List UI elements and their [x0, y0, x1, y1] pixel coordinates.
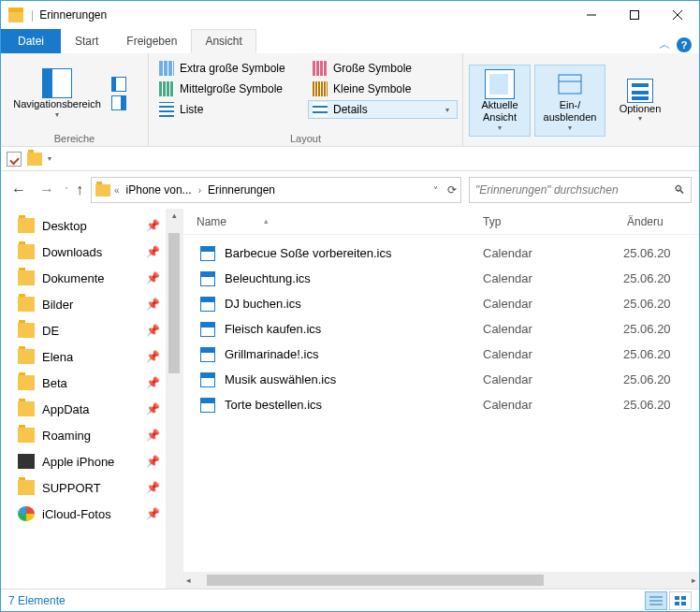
up-button[interactable]: ↑ [76, 182, 83, 198]
collapse-ribbon-icon[interactable]: ︿ [659, 36, 671, 53]
file-date: 25.06.20 [623, 347, 699, 361]
pin-icon[interactable]: 📌 [146, 219, 166, 232]
horizontal-scrollbar[interactable]: ◂ ▸ [183, 572, 699, 589]
column-name[interactable]: Name ▴ [183, 215, 483, 228]
file-date: 25.06.20 [623, 271, 699, 285]
minimize-button[interactable] [570, 1, 613, 29]
sidebar-item[interactable]: Desktop📌 [18, 212, 166, 239]
file-type: Calendar [483, 297, 623, 311]
chevron-down-icon: ▾ [55, 110, 59, 119]
sidebar-item[interactable]: Elena📌 [18, 343, 166, 370]
qa-checkbox-selectall[interactable] [7, 152, 22, 167]
table-row[interactable]: Musik auswählen.icsCalendar25.06.20 [183, 367, 699, 392]
chevron-down-icon: ▾ [498, 124, 502, 132]
layout-details[interactable]: Details▾ [308, 100, 458, 119]
tab-file[interactable]: Datei [1, 29, 61, 53]
history-dropdown-icon[interactable]: ˅ [65, 186, 68, 195]
scroll-left-icon[interactable]: ◂ [183, 576, 194, 585]
column-type[interactable]: Typ [483, 215, 623, 228]
column-modified[interactable]: Änderu [623, 215, 699, 228]
layout-large-icons[interactable]: Große Symbole [308, 59, 458, 78]
breadcrumb-overflow[interactable]: « [114, 185, 120, 196]
table-row[interactable]: Barbecue Soße vorbereiten.icsCalendar25.… [183, 240, 699, 266]
ribbon: Navigationsbereich ▾ Bereiche Extra groß… [1, 53, 699, 147]
pin-icon[interactable]: 📌 [146, 376, 166, 389]
tab-share[interactable]: Freigeben [112, 29, 191, 53]
forward-button[interactable]: → [36, 182, 57, 198]
sidebar-item[interactable]: Bilder📌 [18, 291, 166, 317]
tab-start[interactable]: Start [61, 29, 112, 53]
table-row[interactable]: Beleuchtung.icsCalendar25.06.20 [183, 266, 699, 291]
table-row[interactable]: Torte bestellen.icsCalendar25.06.20 [183, 392, 699, 417]
scrollbar-thumb[interactable] [207, 575, 544, 586]
address-dropdown-icon[interactable]: ˅ [433, 185, 438, 196]
table-row[interactable]: Grillmarinade!.icsCalendar25.06.20 [183, 342, 699, 367]
sidebar-item[interactable]: Downloads📌 [18, 239, 166, 265]
file-type: Calendar [483, 246, 623, 260]
chevron-right-icon: › [198, 185, 201, 196]
file-date: 25.06.20 [623, 322, 699, 336]
table-row[interactable]: DJ buchen.icsCalendar25.06.20 [183, 291, 699, 316]
show-hide-button[interactable]: Ein-/ ausblenden▾ [534, 65, 605, 136]
maximize-button[interactable] [613, 1, 656, 29]
scrollbar-thumb[interactable] [168, 233, 180, 373]
view-mode-thumbnails-button[interactable] [669, 591, 692, 610]
scroll-right-icon[interactable]: ▸ [689, 576, 699, 585]
file-type: Calendar [483, 322, 623, 336]
qa-dropdown-icon[interactable]: ▾ [48, 154, 51, 163]
tab-view[interactable]: Ansicht [191, 29, 255, 53]
pin-icon[interactable]: 📌 [146, 402, 166, 415]
file-date: 25.06.20 [623, 372, 699, 386]
sidebar-item-label: Desktop [42, 219, 87, 233]
help-icon[interactable]: ? [677, 37, 692, 52]
pin-icon[interactable]: 📌 [146, 324, 166, 337]
sidebar-item-label: Apple iPhone [42, 455, 114, 469]
separator: | [31, 8, 34, 22]
pin-icon[interactable]: 📌 [146, 350, 166, 363]
pin-icon[interactable]: 📌 [146, 429, 166, 442]
refresh-button[interactable]: ⟳ [447, 183, 457, 197]
layout-extra-large-icons[interactable]: Extra große Symbole [154, 59, 304, 78]
sidebar-item[interactable]: Roaming📌 [18, 422, 166, 448]
scroll-up-icon[interactable]: ▴ [172, 209, 177, 220]
sidebar-item-label: Downloads [42, 245, 102, 259]
quick-access-bar: ▾ [1, 147, 699, 171]
breadcrumb[interactable]: « iPhone von... › Erinnerungen ˅ ⟳ [91, 177, 461, 203]
sidebar-item[interactable]: AppData📌 [18, 396, 166, 422]
pin-icon[interactable]: 📌 [146, 298, 166, 311]
folder-icon [18, 428, 35, 443]
search-input[interactable]: "Erinnerungen" durchsuchen 🔍︎ [469, 177, 692, 203]
view-mode-details-button[interactable] [645, 591, 667, 610]
svg-rect-1 [631, 11, 639, 20]
calendar-file-icon [200, 322, 215, 337]
layout-small-icons[interactable]: Kleine Symbole [308, 80, 458, 98]
layout-medium-icons[interactable]: Mittelgroße Symbole [154, 80, 304, 98]
table-row[interactable]: Fleisch kaufen.icsCalendar25.06.20 [183, 316, 699, 342]
sidebar-item[interactable]: Beta📌 [18, 370, 166, 396]
pin-icon[interactable]: 📌 [146, 481, 166, 494]
qa-folder-icon[interactable] [27, 153, 42, 166]
close-button[interactable] [656, 1, 699, 29]
pin-icon[interactable]: 📌 [146, 245, 166, 258]
layout-list[interactable]: Liste [154, 100, 304, 119]
pin-icon[interactable]: 📌 [146, 507, 166, 520]
back-button[interactable]: ← [8, 182, 29, 198]
navigation-pane-button[interactable]: Navigationsbereich ▾ [7, 64, 108, 124]
sidebar-item[interactable]: DE📌 [18, 317, 166, 343]
sidebar-item[interactable]: Dokumente📌 [18, 265, 166, 291]
breadcrumb-parent[interactable]: iPhone von... [124, 183, 195, 197]
sidebar-item[interactable]: iCloud-Fotos📌 [18, 501, 166, 527]
pin-icon[interactable]: 📌 [146, 455, 166, 468]
pin-icon[interactable]: 📌 [146, 271, 166, 284]
file-date: 25.06.20 [623, 246, 699, 260]
sidebar-item[interactable]: SUPPORT📌 [18, 474, 166, 501]
folder-icon [18, 480, 35, 495]
breadcrumb-current[interactable]: Erinnerungen [205, 183, 278, 197]
ribbon-tabs: Datei Start Freigeben Ansicht ︿ ? [1, 29, 699, 53]
sidebar-scrollbar[interactable]: ▴ [166, 209, 182, 589]
options-button[interactable]: Optionen ▾ [609, 74, 671, 128]
details-pane-button[interactable] [111, 95, 126, 110]
preview-pane-button[interactable] [111, 77, 126, 92]
current-view-button[interactable]: Aktuelle Ansicht▾ [469, 65, 531, 136]
sidebar-item[interactable]: Apple iPhone📌 [18, 448, 166, 474]
